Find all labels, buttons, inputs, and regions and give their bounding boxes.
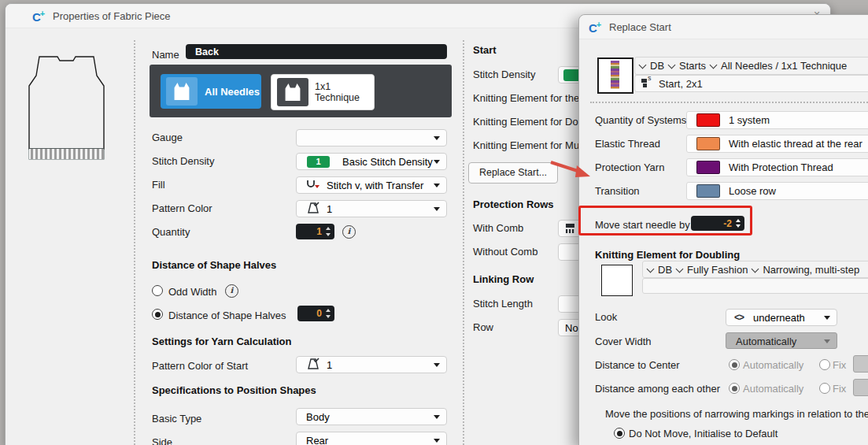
divider	[590, 102, 868, 103]
yarn-cone-icon	[306, 202, 320, 218]
chevron-down-icon	[434, 439, 440, 443]
look-label: Look	[595, 311, 617, 323]
side-dropdown[interactable]: Rear	[296, 432, 447, 445]
transition-dropdown[interactable]: Loose row	[686, 182, 868, 200]
stitch-density-label: Stitch Density	[152, 155, 214, 167]
distance-center-field	[853, 355, 868, 373]
distance-of-shape-halves-radio[interactable]	[152, 309, 163, 320]
breadcrumb-db[interactable]: DB	[658, 264, 672, 276]
pattern-color-dropdown[interactable]: 1	[296, 200, 447, 217]
distance-center-auto-radio[interactable]	[729, 359, 740, 370]
start-module-row[interactable]: s Start, 2x1	[634, 75, 868, 92]
info-icon[interactable]: i	[225, 284, 238, 298]
one-by-one-technique-button[interactable]: 1x1 Technique	[271, 74, 375, 110]
quantity-of-systems-dropdown[interactable]: 1 system	[686, 111, 868, 129]
chevron-down-icon	[434, 207, 440, 211]
look-dropdown[interactable]: <> underneath	[726, 309, 837, 326]
do-not-move-radio[interactable]	[614, 428, 625, 439]
all-needles-button[interactable]: All Needles	[161, 74, 261, 109]
breadcrumb-category[interactable]: Fully Fashion	[687, 264, 748, 276]
basic-type-dropdown[interactable]: Body	[296, 408, 447, 425]
odd-width-label: Odd Width	[168, 286, 216, 298]
breadcrumb-db[interactable]: DB	[650, 60, 664, 72]
fill-dropdown[interactable]: Stitch v, with Transfer	[296, 176, 447, 194]
dialog-titlebar[interactable]: C+ Replace Start	[579, 15, 868, 39]
elastic-thread-value: With elastic thread at the rear	[729, 138, 862, 150]
doubling-breadcrumb[interactable]: DB Fully Fashion Narrowing, multi-step	[642, 261, 868, 278]
distance-stepper[interactable]: 0	[297, 306, 334, 321]
comb-icon	[565, 223, 575, 237]
distance-each-field	[853, 379, 868, 396]
spin-down-icon[interactable]	[326, 233, 331, 236]
pattern-color-start-label: Pattern Color of Start	[152, 360, 248, 372]
fix-label: Fix	[833, 359, 846, 371]
info-icon[interactable]: i	[342, 225, 356, 239]
color-swatch	[696, 137, 720, 150]
quantity-value: 1	[316, 226, 322, 237]
spin-down-icon[interactable]	[326, 315, 331, 318]
transition-label: Transition	[595, 185, 640, 197]
chevron-down-icon	[647, 265, 655, 273]
chevron-down-icon	[434, 363, 440, 367]
distance-each-auto-radio[interactable]	[729, 383, 740, 394]
name-value: Back	[195, 46, 219, 57]
fix-label: Fix	[833, 383, 846, 395]
yarn-cone-icon	[306, 358, 320, 374]
stitch-density-dropdown[interactable]: 1 Basic Stitch Density	[296, 153, 447, 170]
do-not-move-label: Do Not Move, Initialise to Default	[629, 428, 778, 439]
name-input[interactable]: Back	[186, 44, 447, 59]
doubling-module-row[interactable]	[642, 278, 868, 294]
odd-width-radio[interactable]	[152, 285, 163, 296]
distance-to-center-label: Distance to Center	[595, 359, 680, 371]
start-pattern-thumbnail	[611, 61, 619, 89]
distance-each-other-label: Distance among each other	[595, 383, 720, 395]
pattern-color-value: 1	[327, 203, 332, 215]
stitch-density-badge: 1	[307, 156, 330, 168]
row-value: No	[565, 322, 578, 334]
module-name: Start, 2x1	[659, 78, 703, 90]
elastic-thread-label: Elastic Thread	[595, 138, 660, 150]
breadcrumb-selection[interactable]: Narrowing, multi-step	[763, 264, 859, 276]
distance-each-fix-radio[interactable]	[819, 383, 830, 394]
breadcrumb-selection[interactable]: All Needles / 1x1 Technique	[721, 60, 847, 72]
elastic-thread-dropdown[interactable]: With elastic thread at the rear	[686, 135, 868, 153]
basic-type-value: Body	[306, 411, 330, 423]
doubling-heading: Knitting Element for Doubling	[595, 249, 740, 261]
start-module-preview[interactable]	[597, 57, 633, 94]
garment-icon	[277, 78, 308, 106]
start-heading: Start	[473, 44, 497, 56]
breadcrumb-category[interactable]: Starts	[679, 60, 706, 72]
distance-radio-label: Distance of Shape Halves	[168, 310, 286, 321]
pattern-color-start-dropdown[interactable]: 1	[296, 356, 447, 373]
with-comb-label: With Comb	[473, 222, 523, 234]
fill-label: Fill	[152, 179, 165, 191]
spin-up-icon[interactable]	[326, 309, 331, 312]
quantity-stepper[interactable]: 1	[296, 224, 334, 239]
doubling-module-preview[interactable]	[601, 265, 633, 296]
start-module-breadcrumb[interactable]: DB Starts All Needles / 1x1 Technique	[634, 57, 868, 75]
stitch-density-value: Basic Stitch Density	[342, 156, 433, 168]
gauge-dropdown[interactable]	[296, 129, 447, 146]
chevron-down-icon	[824, 316, 830, 320]
color-swatch	[696, 113, 720, 127]
app-icon: C+	[32, 9, 45, 24]
look-value: underneath	[753, 312, 805, 324]
spin-up-icon[interactable]	[326, 227, 331, 230]
stitch-length-label: Stitch Length	[473, 298, 533, 310]
quantity-of-systems-label: Quantity of Systems	[595, 114, 686, 126]
protection-yarn-dropdown[interactable]: With Protection Thread	[686, 158, 868, 176]
name-label: Name	[152, 49, 179, 61]
basic-type-label: Basic Type	[152, 413, 201, 425]
distance-center-fix-radio[interactable]	[819, 359, 830, 370]
chevron-down-icon	[639, 61, 647, 69]
fill-value: Stitch v, with Transfer	[327, 180, 423, 191]
color-swatch	[696, 184, 720, 198]
chevron-down-icon	[434, 160, 440, 164]
position-heading: Specifications to Position Shapes	[152, 384, 316, 396]
one-by-one-label: 1x1 Technique	[315, 81, 374, 103]
cover-width-value: Automatically	[736, 336, 796, 347]
chevron-down-icon	[434, 136, 440, 140]
chevron-down-icon	[824, 339, 830, 343]
divider	[463, 40, 464, 445]
distance-heading: Distance of Shape Halves	[152, 259, 276, 271]
